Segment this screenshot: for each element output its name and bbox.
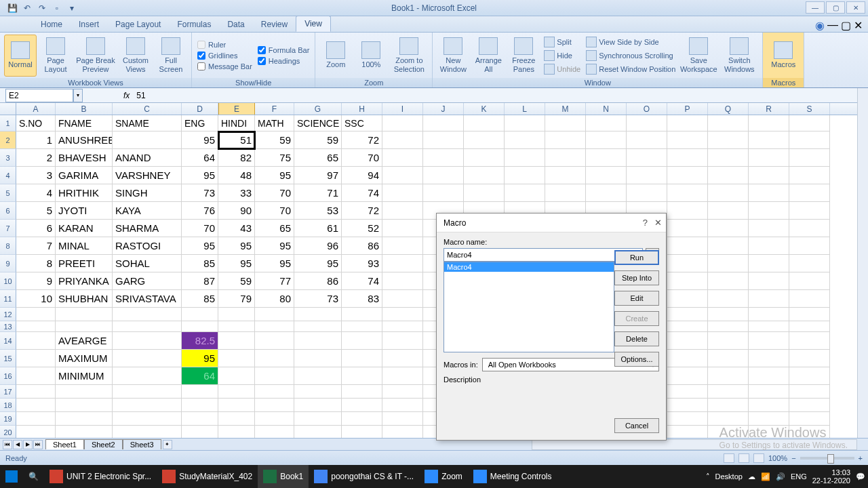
cell[interactable] [667,115,708,131]
cell[interactable]: SRIVASTAVA [113,290,182,308]
cell[interactable] [16,308,56,321]
cell[interactable]: 94 [342,167,382,184]
cell[interactable] [627,167,667,184]
cell[interactable] [749,149,789,167]
help-icon[interactable]: ◉ [815,19,825,32]
col-head-R[interactable]: R [749,103,789,115]
cell[interactable]: KAYA [113,202,182,220]
cell[interactable]: 90 [218,202,255,220]
cell[interactable] [382,115,423,131]
vertical-scrollbar[interactable] [857,88,868,460]
freeze-panes-button[interactable]: Freeze Panes [507,35,540,77]
cell[interactable]: SHARMA [113,220,182,237]
new-icon[interactable]: ▫ [50,1,64,15]
cell[interactable]: RASTOGI [113,237,182,255]
cell[interactable] [16,412,56,426]
switch-windows-button[interactable]: Switch Windows [720,35,758,77]
cell[interactable] [789,202,830,220]
zoom-in-icon[interactable]: + [859,454,863,462]
cell[interactable]: 73 [294,290,342,308]
cell[interactable] [16,385,56,399]
cell[interactable]: 59 [218,272,255,290]
cell[interactable] [16,321,56,332]
maximize-button[interactable]: ▢ [826,1,845,14]
cell[interactable] [382,308,423,321]
cell[interactable] [255,399,294,412]
minimize-button[interactable]: — [806,1,825,14]
row-head-2[interactable]: 2 [0,131,16,149]
cell[interactable]: 70 [342,149,382,167]
taskbar-item-zoom[interactable]: Zoom [419,465,468,488]
taskbar-item-chrome[interactable]: poongothai CS & IT -... [309,465,419,488]
save-workspace-button[interactable]: Save Workspace [679,35,717,77]
cell[interactable]: 86 [294,272,342,290]
cell[interactable] [382,237,423,255]
cell[interactable] [789,220,830,237]
cell[interactable] [342,350,382,367]
cell[interactable] [749,167,789,184]
cell[interactable] [382,426,423,439]
col-head-C[interactable]: C [113,103,182,115]
cell[interactable] [789,115,830,131]
tray-chevron-icon[interactable]: ˄ [706,472,710,481]
cell[interactable] [382,332,423,350]
formula-input[interactable]: 51 [132,91,149,100]
cell[interactable] [789,131,830,149]
cell[interactable] [667,385,708,399]
cell[interactable] [505,149,545,167]
cell[interactable] [382,272,423,290]
cell[interactable]: HINDI [218,115,255,131]
row-head-20[interactable]: 20 [0,426,16,439]
cell[interactable]: 72 [342,131,382,149]
cell[interactable]: S.NO [16,115,56,131]
col-head-A[interactable]: A [16,103,56,115]
cell[interactable]: 70 [255,202,294,220]
cell[interactable]: 95 [182,237,218,255]
cell[interactable] [667,290,708,308]
cell[interactable] [789,237,830,255]
cell[interactable] [586,115,627,131]
cell[interactable] [218,412,255,426]
fx-icon[interactable]: fx [123,91,130,100]
hide-button[interactable]: Hide [542,49,582,62]
cell[interactable] [667,350,708,367]
cell-average[interactable]: 82.5 [182,332,218,350]
cell[interactable]: 6 [16,220,56,237]
cell[interactable] [16,332,56,350]
split-button[interactable]: Split [542,36,582,48]
cell[interactable] [749,131,789,149]
tab-formulas[interactable]: Formulas [169,17,219,32]
cell[interactable] [749,321,789,332]
cell[interactable] [667,272,708,290]
cell[interactable] [708,202,749,220]
cell-maximum[interactable]: 95 [182,350,218,367]
cell[interactable]: 61 [294,220,342,237]
cell[interactable] [749,367,789,385]
cell[interactable] [382,220,423,237]
sheet-nav-first[interactable]: ⏮ [3,440,12,449]
tab-view[interactable]: View [296,16,331,32]
cell[interactable] [113,367,182,385]
cell[interactable]: SHUBHAN [56,290,113,308]
cell[interactable]: 95 [294,255,342,272]
cell[interactable] [789,350,830,367]
desktop-button[interactable]: Desktop [715,472,743,481]
cell[interactable] [113,131,182,149]
zoom-100-button[interactable]: 100% [355,35,387,77]
cell[interactable] [382,255,423,272]
cell[interactable] [16,367,56,385]
cell[interactable] [423,115,464,131]
cell[interactable] [749,237,789,255]
cell-minimum[interactable]: 64 [182,367,218,385]
cell[interactable] [749,332,789,350]
cell[interactable]: KARAN [56,220,113,237]
cell[interactable] [382,202,423,220]
cell[interactable]: 95 [182,167,218,184]
cell[interactable]: 85 [182,290,218,308]
cell[interactable] [708,184,749,202]
row-head-4[interactable]: 4 [0,167,16,184]
cell[interactable] [382,350,423,367]
undo-icon[interactable]: ↶ [20,1,34,15]
cell[interactable] [342,385,382,399]
cell[interactable] [545,131,586,149]
